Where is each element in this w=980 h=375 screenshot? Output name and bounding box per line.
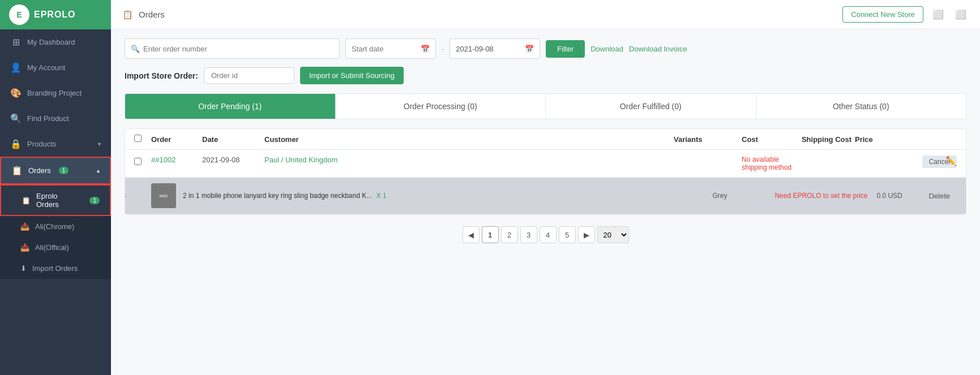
import-order-input[interactable] [204,67,294,84]
red-arrow-annotation: ➤ [125,187,127,205]
orders-icon: 📋 [11,165,23,176]
search-input[interactable] [143,45,333,53]
sidebar-sub-item-eprolo-orders[interactable]: 📋 Eprolo Orders 1 [0,184,111,216]
sidebar-item-products[interactable]: 🔒 Products ▾ [0,131,111,157]
eprolo-orders-icon: 📋 [22,196,31,205]
date-to-wrap: 📅 [450,38,540,59]
table-row: ##1002 2021-09-08 Paul / United Kingdom … [125,150,966,178]
edit-icon[interactable]: ✏️ [945,156,957,166]
sidebar-item-label: Products [27,140,56,148]
import-bar: Import Store Order: Import or Submit Sou… [125,67,966,84]
sidebar-item-find-product[interactable]: 🔍 Find Product [0,106,111,131]
sidebar-sub-item-label: Eprolo Orders [36,192,82,209]
calendar-icon-to: 📅 [525,45,534,53]
row-customer: Paul / United Kingdom [264,156,674,164]
th-order: Order [151,135,202,144]
product-variant: Grey [712,192,769,200]
th-date: Date [202,135,264,144]
th-price: Price [855,135,911,144]
sidebar-item-account[interactable]: 👤 My Account [0,55,111,80]
order-tabs: Order Pending (1) Order Processing (0) O… [125,93,966,119]
tab-other-status[interactable]: Other Status (0) [756,94,966,119]
tab-order-processing[interactable]: Order Processing (0) [336,94,546,119]
sidebar-logo[interactable]: E EPROLO [0,0,111,29]
orders-arrow-icon: ▴ [97,167,100,174]
customer-name: Paul [264,156,279,164]
product-cost-label: Need EPROLO to set the price [774,192,876,200]
date-from-input[interactable] [352,45,417,53]
calendar-icon-from: 📅 [421,45,430,53]
page-3-button[interactable]: 3 [520,226,537,243]
product-name-text: 2 in 1 mobile phone lanyard key ring sli… [183,192,372,200]
th-customer: Customer [264,135,674,144]
customer-location: United Kingdom [285,156,338,164]
page-title: Orders [139,10,165,19]
header: 📋 Orders Connect New Store ⬜ ⬜ [111,0,980,29]
prev-page-button[interactable]: ◀ [463,226,480,243]
row-checkbox-wrap [134,156,151,167]
row-checkbox[interactable] [134,158,142,165]
header-left: 📋 Orders [122,10,165,20]
sidebar: E EPROLO ⊞ My Dashboard 👤 My Account 🎨 B… [0,0,111,375]
sidebar-sub-item-import-orders[interactable]: ⬇ Import Orders [0,258,111,279]
search-wrap: 🔍 [125,38,340,59]
th-checkbox [134,135,151,144]
per-page-select[interactable]: 20 50 100 [597,226,629,243]
download-invoice-button[interactable]: Download Invoice [629,45,687,53]
product-row: ➤ IMG 2 in 1 mobile phone lanyard key ri… [125,178,966,214]
th-variants: Variants [674,135,742,144]
orders-badge: 1 [59,167,69,174]
tab-order-pending[interactable]: Order Pending (1) [125,94,336,119]
sidebar-sub-item-label: Import Orders [32,264,78,273]
row-date: 2021-09-08 [202,156,264,164]
date-to-input[interactable] [456,45,521,53]
dashboard-icon: ⊞ [10,37,22,48]
product-thumb-img: IMG [159,193,168,199]
sidebar-item-orders[interactable]: 📋 Orders 1 ▴ [0,157,111,184]
sidebar-item-branding[interactable]: 🎨 Branding Project [0,80,111,106]
products-arrow-icon: ▾ [98,141,101,147]
sidebar-item-label: My Dashboard [27,38,75,46]
account-icon: 👤 [10,62,22,73]
sidebar-sub-item-ali-chrome[interactable]: 📥 Ali(Chrome) [0,216,111,237]
product-price: 0.0 USD [876,192,922,200]
page-5-button[interactable]: 5 [559,226,576,243]
sidebar-sub-item-label: Ali(Offical) [35,243,69,252]
content-area: 🔍 📅 - 📅 Filter Download Download Invoice… [111,29,980,375]
page-2-button[interactable]: 2 [501,226,518,243]
date-separator: - [442,45,444,53]
window-icon-1[interactable]: ⬜ [930,7,946,23]
tab-order-fulfilled[interactable]: Order Fulfilled (0) [546,94,756,119]
filter-button[interactable]: Filter [546,40,585,58]
th-cost: Cost [742,135,798,144]
product-thumbnail: IMG [151,183,176,208]
page-4-button[interactable]: 4 [540,226,557,243]
row-order-id: ##1002 [151,156,202,164]
delete-button[interactable]: Delete [922,189,957,202]
main-content: 📋 Orders Connect New Store ⬜ ⬜ 🔍 📅 - 📅 [111,0,980,375]
pagination: ◀ 1 2 3 4 5 ▶ 20 50 100 [125,226,966,243]
sidebar-sub-item-ali-official[interactable]: 📥 Ali(Offical) [0,237,111,258]
products-icon: 🔒 [10,139,22,149]
page-1-button[interactable]: 1 [482,226,499,243]
sidebar-sub-item-label: Ali(Chrome) [35,222,74,231]
order-table: Order Date Customer Variants Cost Shippi… [125,128,966,215]
product-qty: X 1 [376,192,387,200]
sidebar-item-dashboard[interactable]: ⊞ My Dashboard [0,29,111,55]
import-label: Import Store Order: [125,71,198,80]
connect-store-button[interactable]: Connect New Store [842,6,923,23]
search-icon: 🔍 [131,45,140,53]
window-icon-2[interactable]: ⬜ [953,7,969,23]
branding-icon: 🎨 [10,88,22,98]
sidebar-item-label: Find Product [27,114,69,123]
next-page-button[interactable]: ▶ [578,226,595,243]
filter-bar: 🔍 📅 - 📅 Filter Download Download Invoice [125,38,966,59]
import-orders-icon: ⬇ [20,264,27,273]
sidebar-item-label: Branding Project [27,89,82,97]
select-all-checkbox[interactable] [134,135,142,142]
page-icon: 📋 [122,10,133,20]
sidebar-item-label: Orders [28,166,51,175]
eprolo-orders-badge: 1 [89,197,100,204]
download-button[interactable]: Download [590,45,623,53]
import-sourcing-button[interactable]: Import or Submit Sourcing [300,67,404,84]
